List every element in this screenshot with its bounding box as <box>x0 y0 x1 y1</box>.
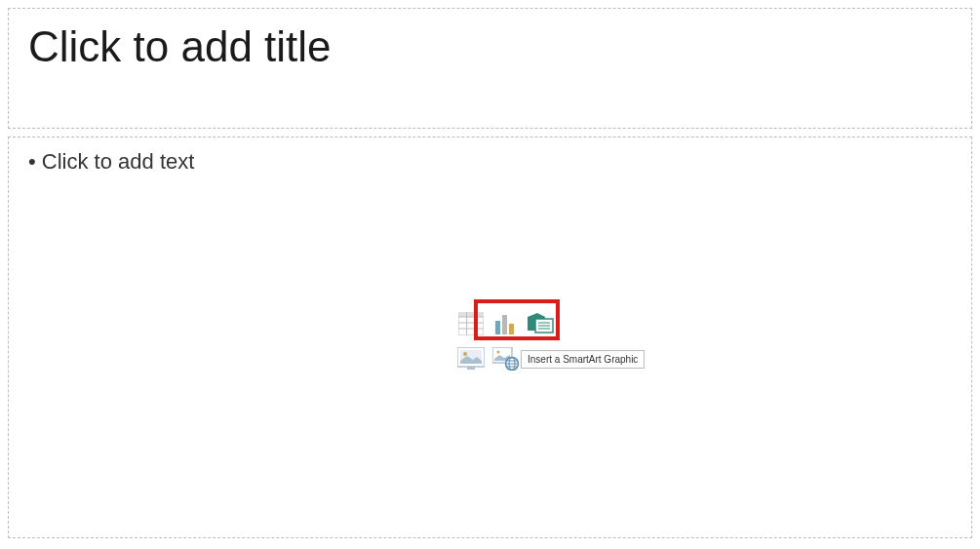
content-icon-row-1 <box>451 305 561 342</box>
svg-point-16 <box>463 352 467 356</box>
chart-icon <box>493 311 519 336</box>
svg-rect-17 <box>467 367 475 370</box>
svg-rect-9 <box>509 324 514 334</box>
svg-point-19 <box>497 351 500 354</box>
tooltip: Insert a SmartArt Graphic <box>521 350 645 369</box>
svg-rect-1 <box>458 312 484 317</box>
insert-table-button[interactable] <box>457 310 485 337</box>
insert-chart-button[interactable] <box>492 310 520 337</box>
svg-rect-7 <box>495 321 500 334</box>
title-placeholder-text: Click to add title <box>28 22 952 71</box>
pictures-icon <box>457 347 485 371</box>
tooltip-text: Insert a SmartArt Graphic <box>528 354 638 365</box>
table-icon <box>458 312 484 335</box>
smartart-icon <box>528 313 555 334</box>
online-pictures-icon <box>492 347 520 371</box>
content-placeholder-text: Click to add text <box>28 149 952 175</box>
title-placeholder[interactable]: Click to add title <box>8 8 972 129</box>
insert-online-pictures-button[interactable] <box>492 345 520 373</box>
content-placeholder[interactable]: Click to add text <box>8 137 972 538</box>
svg-rect-8 <box>502 315 507 334</box>
insert-pictures-button[interactable] <box>457 345 485 373</box>
insert-smartart-button[interactable] <box>528 310 555 337</box>
